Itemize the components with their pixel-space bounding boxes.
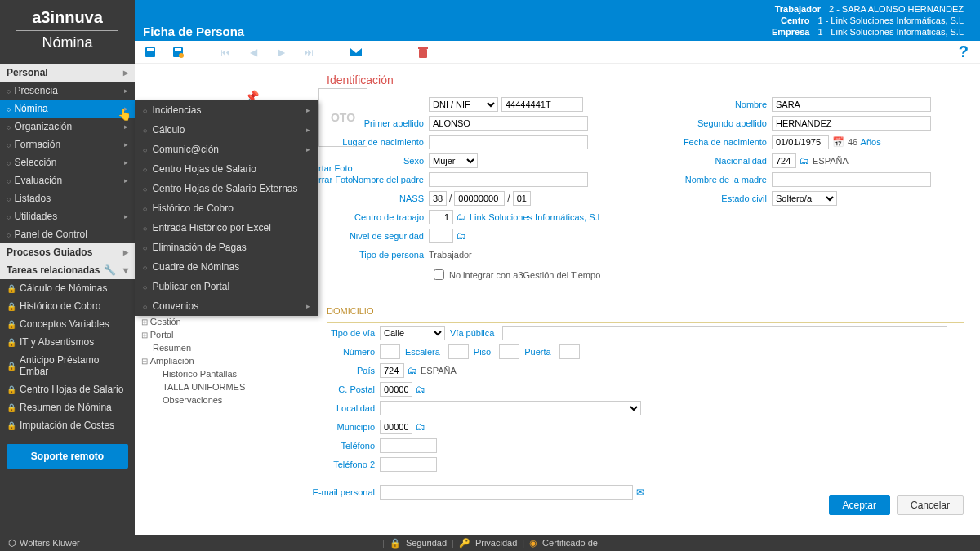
submenu-comunicacion[interactable]: ○Comunic@ción▸ bbox=[135, 140, 318, 159]
tree-historico-p[interactable]: Histórico Pantallas bbox=[141, 367, 303, 380]
task-historico[interactable]: 🔒Histórico de Cobro bbox=[0, 297, 135, 315]
pais-code-input[interactable] bbox=[380, 363, 404, 378]
accept-button[interactable]: Aceptar bbox=[829, 495, 890, 515]
sidebar-section-procesos[interactable]: Procesos Guiados▸ bbox=[0, 243, 135, 261]
tel2-input[interactable] bbox=[380, 457, 437, 472]
task-conceptos[interactable]: 🔒Conceptos Variables bbox=[0, 315, 135, 333]
cert-icon: ◉ bbox=[529, 538, 537, 549]
support-button[interactable]: Soporte remoto bbox=[7, 444, 128, 469]
no-integrar-checkbox[interactable] bbox=[434, 269, 444, 280]
sidebar-section-personal[interactable]: Personal▸ bbox=[0, 64, 135, 82]
sidebar-item-panel[interactable]: ○Panel de Control bbox=[0, 225, 135, 243]
madre-input[interactable] bbox=[772, 172, 931, 187]
task-centro[interactable]: 🔒Centro Hojas de Salario bbox=[0, 380, 135, 398]
lookup-icon[interactable]: 🗂 bbox=[408, 365, 417, 376]
inbox-icon[interactable] bbox=[349, 45, 363, 60]
content-area: Identificación DNI / NIF Primer apellido… bbox=[310, 64, 980, 535]
prev-icon[interactable]: ◀ bbox=[246, 45, 261, 60]
tipo-via-select[interactable]: Calle bbox=[380, 326, 445, 340]
submenu-hojas[interactable]: ○Centro Hojas de Salario bbox=[135, 159, 318, 179]
nass3-input[interactable] bbox=[513, 191, 531, 206]
sexo-select[interactable]: Mujer bbox=[429, 153, 478, 168]
submenu-historico[interactable]: ○Histórico de Cobro bbox=[135, 198, 318, 218]
sidebar-item-listados[interactable]: ○Listados bbox=[0, 189, 135, 207]
centro-link[interactable]: Link Soluciones Informáticas, S.L bbox=[470, 212, 603, 222]
via-publica-input[interactable] bbox=[502, 326, 947, 340]
submenu-convenios[interactable]: ○Convenios▸ bbox=[135, 296, 318, 316]
nass1-input[interactable] bbox=[429, 191, 447, 206]
email-icon[interactable]: ✉ bbox=[636, 487, 644, 498]
save-icon[interactable] bbox=[143, 45, 158, 60]
sidebar-item-evaluacion[interactable]: ○Evaluación▸ bbox=[0, 171, 135, 189]
task-imputacion[interactable]: 🔒Imputación de Costes bbox=[0, 416, 135, 434]
cp-input[interactable] bbox=[380, 382, 412, 397]
submenu-entrada[interactable]: ○Entrada Histórico por Excel bbox=[135, 218, 318, 238]
footer-certificado[interactable]: Certificado de bbox=[542, 538, 598, 548]
email-input[interactable] bbox=[380, 485, 633, 500]
sidebar-item-formacion[interactable]: ○Formación▸ bbox=[0, 136, 135, 153]
puerta-input[interactable] bbox=[559, 344, 580, 359]
cancel-button[interactable]: Cancelar bbox=[897, 495, 964, 515]
delete-photo-link[interactable]: rrar Foto bbox=[318, 175, 353, 184]
lookup-icon[interactable]: 🗂 bbox=[457, 230, 466, 242]
municipio-input[interactable] bbox=[380, 420, 412, 434]
delete-icon[interactable] bbox=[416, 45, 430, 60]
sidebar-item-seleccion[interactable]: ○Selección▸ bbox=[0, 153, 135, 171]
submenu-calculo[interactable]: ○Cálculo▸ bbox=[135, 120, 318, 140]
sidebar-item-nomina[interactable]: ○Nómina▸ bbox=[0, 100, 135, 118]
submenu-hojas-ext[interactable]: ○Centro Hojas de Salario Externas bbox=[135, 179, 318, 198]
sidebar-item-presencia[interactable]: ○Presencia▸ bbox=[0, 82, 135, 100]
submenu-eliminacion[interactable]: ○Eliminación de Pagas bbox=[135, 238, 318, 257]
tree-ampliacion[interactable]: Ampliación bbox=[141, 354, 303, 367]
nacional-code-input[interactable] bbox=[772, 153, 796, 168]
tree-resumen[interactable]: Resumen bbox=[141, 341, 303, 354]
submenu-publicar[interactable]: ○Publicar en Portal bbox=[135, 277, 318, 296]
sidebar-item-organizacion[interactable]: ○Organización▸ bbox=[0, 118, 135, 136]
footer-seguridad[interactable]: Seguridad bbox=[406, 538, 447, 548]
task-calculo[interactable]: 🔒Cálculo de Nóminas bbox=[0, 279, 135, 297]
next-icon[interactable]: ▶ bbox=[274, 45, 288, 60]
nass2-input[interactable] bbox=[454, 191, 505, 206]
tree-gestion[interactable]: Gestión bbox=[141, 315, 303, 328]
lookup-icon[interactable]: 🗂 bbox=[416, 421, 425, 433]
task-it[interactable]: 🔒IT y Absentismos bbox=[0, 333, 135, 351]
numero-input[interactable] bbox=[380, 344, 400, 359]
localidad-select[interactable] bbox=[380, 401, 641, 415]
fecha-input[interactable] bbox=[772, 135, 829, 149]
footer-privacidad[interactable]: Privacidad bbox=[475, 538, 517, 548]
insert-photo-link[interactable]: rtar Foto bbox=[318, 163, 353, 173]
escalera-input[interactable] bbox=[448, 344, 469, 359]
task-resumen[interactable]: 🔒Resumen de Nómina bbox=[0, 398, 135, 416]
submenu-cuadre[interactable]: ○Cuadre de Nóminas bbox=[135, 257, 318, 277]
centro-code-input[interactable] bbox=[429, 210, 453, 224]
photo-placeholder[interactable]: OTO bbox=[318, 88, 368, 147]
apellido1-input[interactable] bbox=[429, 116, 588, 131]
tree-talla[interactable]: TALLA UNIFORMES bbox=[141, 380, 303, 393]
civil-select[interactable]: Soltero/a bbox=[772, 191, 837, 206]
lookup-icon[interactable]: 🗂 bbox=[457, 211, 466, 223]
sidebar-item-utilidades[interactable]: ○Utilidades▸ bbox=[0, 207, 135, 225]
first-icon[interactable]: ⏮ bbox=[218, 45, 233, 60]
help-icon[interactable]: ? bbox=[959, 42, 969, 61]
task-anticipo[interactable]: 🔒Anticipo Préstamo Embar bbox=[0, 351, 135, 380]
nivel-input[interactable] bbox=[429, 229, 453, 243]
save-as-icon[interactable] bbox=[171, 45, 185, 60]
padre-input[interactable] bbox=[429, 172, 588, 187]
doc-value-input[interactable] bbox=[501, 97, 583, 112]
lugar-input[interactable] bbox=[429, 135, 588, 149]
lookup-icon[interactable]: 🗂 bbox=[800, 155, 809, 167]
svg-rect-1 bbox=[147, 48, 154, 51]
sidebar-section-tareas[interactable]: Tareas relacionadas🔧▾ bbox=[0, 261, 135, 279]
tel-input[interactable] bbox=[380, 438, 437, 453]
lookup-icon[interactable]: 🗂 bbox=[416, 384, 425, 395]
calendar-icon[interactable]: 📅 bbox=[832, 136, 844, 148]
submenu-incidencias[interactable]: ○Incidencias▸ bbox=[135, 100, 318, 120]
button-row: Aceptar Cancelar bbox=[829, 495, 964, 515]
apellido2-input[interactable] bbox=[772, 116, 931, 131]
tree-obs[interactable]: Observaciones bbox=[141, 393, 303, 407]
nombre-input[interactable] bbox=[772, 97, 931, 112]
last-icon[interactable]: ⏭ bbox=[301, 45, 316, 60]
tree-portal[interactable]: Portal bbox=[141, 328, 303, 341]
doc-type-select[interactable]: DNI / NIF bbox=[429, 97, 498, 112]
piso-input[interactable] bbox=[499, 344, 519, 359]
